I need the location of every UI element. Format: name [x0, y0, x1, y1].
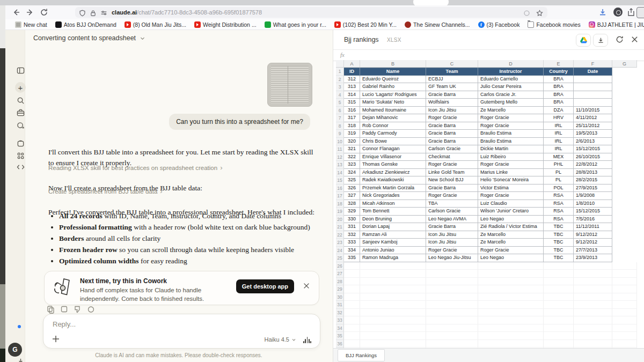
empty-cell[interactable] — [426, 285, 478, 293]
empty-cell[interactable] — [344, 324, 360, 333]
sheet-cell[interactable]: Icon Jiu Jitsu — [426, 239, 478, 247]
empty-cell[interactable] — [544, 309, 574, 317]
bookmark-item[interactable]: Facebook movies — [528, 21, 580, 28]
sheet-cell[interactable]: Checkmat — [426, 153, 478, 161]
sheet-cell[interactable]: Deon Bruning — [360, 216, 426, 224]
sheet-cell[interactable]: 312 — [344, 76, 360, 84]
empty-cell[interactable] — [426, 278, 478, 286]
empty-cell[interactable] — [478, 301, 544, 309]
row-number[interactable]: 29 — [336, 285, 344, 293]
sheet-cell[interactable]: Zié Radiola / Victor Estima — [478, 223, 544, 231]
sheet-cell[interactable]: Rob Connor — [360, 122, 426, 130]
bookmark-star-icon[interactable] — [536, 9, 543, 16]
sheet-cell[interactable]: Lucio 'Lagarto' Rodrigues — [360, 91, 426, 99]
sheet-cell[interactable]: 15/12/2015 — [574, 208, 612, 216]
sheet-cell[interactable]: 23/9/2013 — [574, 254, 612, 262]
table-header-cell[interactable]: Name — [360, 68, 426, 76]
empty-cell[interactable] — [360, 316, 426, 324]
refresh-icon[interactable] — [616, 35, 624, 44]
bookmark-item[interactable]: (3) Facebook — [478, 21, 520, 28]
sheet-cell[interactable]: 1/8/2010 — [574, 200, 612, 208]
empty-cell[interactable] — [478, 285, 544, 293]
sheet-cell[interactable]: 15/12/2015 — [574, 145, 612, 153]
sheet-cell[interactable]: RSA — [544, 216, 574, 224]
sheet-cell[interactable]: BRA — [544, 91, 574, 99]
row-number[interactable]: 1 — [336, 68, 344, 76]
sheet-cell[interactable]: Leo Negao — [478, 254, 544, 262]
sheet-cell[interactable]: 7/5/2016 — [574, 216, 612, 224]
sheet-cell[interactable]: 11/10/2015 — [574, 107, 612, 115]
sheet-cell[interactable]: New School BJJ — [426, 176, 478, 184]
empty-cell[interactable] — [426, 293, 478, 301]
empty-cell[interactable] — [478, 278, 544, 286]
sheet-cell[interactable]: Luiz Claudio — [478, 200, 544, 208]
sheet-cell[interactable]: Carlson Gracie — [426, 208, 478, 216]
bookmark-item[interactable]: What goes in your r... — [265, 21, 326, 28]
sheet-cell[interactable]: Gutemberg Mello — [478, 99, 544, 107]
sheet-cell[interactable]: TBC — [544, 239, 574, 247]
sheet-cell[interactable]: IRL — [544, 145, 574, 153]
sheet-cell[interactable]: 26/10/2015 — [574, 153, 612, 161]
row-number[interactable]: 24 — [336, 247, 344, 255]
empty-cell[interactable] — [574, 278, 612, 286]
attachment-thumbnail[interactable] — [267, 63, 312, 107]
sheet-cell[interactable]: Enrique Villasenor — [360, 153, 426, 161]
copy-icon[interactable] — [47, 306, 54, 314]
sheet-cell[interactable]: TBC — [544, 231, 574, 239]
sheet-cell[interactable]: Leo Negao Jiu-Jitsu — [426, 254, 478, 262]
sheet-cell[interactable]: 330 — [344, 216, 360, 224]
sheet-cell[interactable] — [574, 76, 612, 84]
sheet-cell[interactable]: 326 — [344, 184, 360, 193]
empty-cell[interactable] — [574, 301, 612, 309]
sheet-cell[interactable]: 325 — [344, 176, 360, 184]
row-number[interactable]: 14 — [336, 169, 344, 177]
sheet-cell[interactable]: Dorian Lapaj — [360, 223, 426, 231]
empty-cell[interactable] — [544, 340, 574, 348]
sheet-cell[interactable]: Gabriel Rainho — [360, 83, 426, 91]
column-header[interactable]: G — [612, 60, 637, 68]
empty-cell[interactable] — [360, 278, 426, 286]
sheet-cell[interactable]: Luiz Ribeiro — [478, 153, 544, 161]
sheet-cell[interactable]: Arkadiusz Zienkiewicz — [360, 169, 426, 177]
sheet-cell[interactable]: Sanjeev Kamboj — [360, 239, 426, 247]
sheet-cell[interactable] — [574, 99, 612, 107]
sheet-cell[interactable]: Radek Kwiatkowski — [360, 176, 426, 184]
sheet-cell[interactable]: 28/8/2013 — [574, 169, 612, 177]
sheet-cell[interactable]: Paddy Carmody — [360, 130, 426, 138]
empty-cell[interactable] — [612, 285, 637, 293]
empty-cell[interactable] — [544, 316, 574, 324]
empty-cell[interactable] — [544, 285, 574, 293]
row-number[interactable]: 34 — [336, 324, 344, 333]
sheet-cell[interactable]: Gracie Barra — [426, 138, 478, 146]
sheet-cell[interactable]: Ramzan Ali — [360, 231, 426, 239]
url-text[interactable]: claude.ai/chat/7adc7710-8dc3-4508-a96b-6… — [112, 9, 262, 16]
sheet-cell[interactable]: 328 — [344, 200, 360, 208]
empty-cell[interactable] — [360, 262, 426, 270]
sheet-cell[interactable]: IRL — [544, 122, 574, 130]
empty-cell[interactable] — [574, 316, 612, 324]
empty-cell[interactable] — [344, 316, 360, 324]
empty-cell[interactable] — [544, 332, 574, 340]
sheet-cell[interactable]: Gracie Barra — [426, 223, 478, 231]
row-number[interactable]: 3 — [336, 83, 344, 91]
empty-cell[interactable] — [360, 340, 426, 348]
sheet-cell[interactable] — [574, 91, 612, 99]
sheet-cell[interactable]: 9/12/2012 — [574, 239, 612, 247]
close-icon[interactable] — [303, 282, 310, 290]
sheet-cell[interactable]: Wolfslairs — [426, 99, 478, 107]
sheet-cell[interactable]: Tom Bennett — [360, 208, 426, 216]
empty-cell[interactable] — [544, 301, 574, 309]
sheet-cell[interactable]: TBC — [544, 223, 574, 231]
tool-step-link[interactable]: Create spreadsheet from BJJ table data› — [48, 188, 163, 195]
sheet-cell[interactable]: Leo Negao — [478, 216, 544, 224]
row-number[interactable]: 25 — [336, 254, 344, 262]
empty-cell[interactable] — [360, 309, 426, 317]
sheet-cell[interactable]: Julio Cesar Pereira — [478, 83, 544, 91]
download-app-icon[interactable] — [15, 356, 26, 362]
sheet-cell[interactable]: BRA — [544, 76, 574, 84]
sheet-cell[interactable]: Thomas Genske — [360, 161, 426, 169]
bookmark-item[interactable]: The Sinew Channels... — [405, 21, 470, 28]
empty-cell[interactable] — [544, 270, 574, 278]
empty-cell[interactable] — [612, 270, 637, 278]
sheet-cell[interactable]: Przemek Martin Gorzala — [360, 184, 426, 193]
